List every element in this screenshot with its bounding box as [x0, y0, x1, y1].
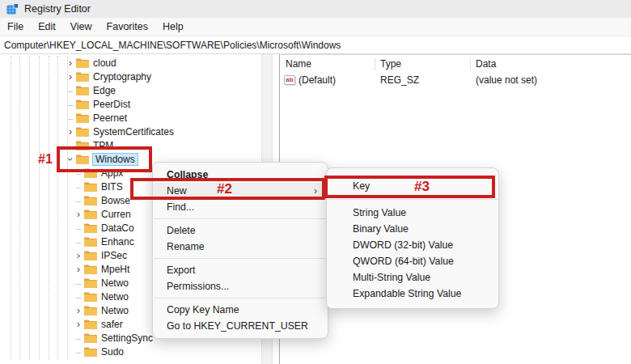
submenu-item-key[interactable]: Key [327, 178, 498, 194]
menu-help[interactable]: Help [155, 21, 191, 32]
tree-item-label: Peernet [93, 112, 127, 124]
tree-item-peerdist[interactable]: –PeerDist [0, 97, 279, 111]
menu-file[interactable]: File [0, 21, 31, 32]
folder-icon [76, 72, 89, 82]
chevron-right-icon[interactable]: › [73, 209, 84, 220]
menu-separator [328, 199, 498, 200]
column-separator[interactable] [375, 58, 375, 70]
window-title: Registry Editor [24, 3, 91, 15]
chevron-right-icon[interactable]: › [73, 250, 84, 261]
submenu-item-multi-string-value[interactable]: Multi-String Value [327, 269, 498, 286]
chevron-right-icon[interactable]: › [65, 57, 76, 69]
tree-item-peernet[interactable]: –Peernet [0, 111, 279, 125]
registry-editor-icon [6, 3, 19, 15]
menu-item-label: Collapse [167, 169, 208, 180]
menu-item-delete[interactable]: Delete [153, 222, 328, 239]
chevron-right-icon[interactable]: › [73, 319, 84, 330]
chevron-right-icon[interactable]: › [65, 71, 76, 83]
submenu-item-binary-value[interactable]: Binary Value [327, 221, 498, 237]
folder-icon [76, 99, 89, 109]
tree-item-systemcertificates[interactable]: ›SystemCertificates [0, 125, 279, 138]
string-value-icon: ab [284, 75, 295, 85]
tree-connector: – [65, 99, 76, 110]
tree-item-label: TPM [93, 140, 113, 151]
folder-icon [76, 113, 89, 123]
tree-item-edge[interactable]: –Edge [0, 83, 279, 97]
submenu-item-label: Binary Value [353, 223, 409, 235]
menu-item-copy-key-name[interactable]: Copy Key Name [153, 302, 328, 318]
tree-item-label: DataCo [101, 222, 134, 234]
tree-item-label-selected: Windows [93, 154, 138, 165]
column-header-name[interactable]: Name [286, 56, 311, 72]
address-path: Computer\HKEY_LOCAL_MACHINE\SOFTWARE\Pol… [0, 40, 341, 51]
submenu-item-label: Multi-String Value [353, 272, 430, 283]
column-header-type[interactable]: Type [380, 56, 401, 72]
column-separator[interactable] [470, 58, 471, 70]
address-bar[interactable]: Computer\HKEY_LOCAL_MACHINE\SOFTWARE\Pol… [0, 36, 631, 54]
tree-connector: – [73, 236, 84, 248]
chevron-right-icon[interactable]: › [65, 126, 76, 138]
tree-item-label: BITS [101, 181, 123, 193]
folder-icon [76, 86, 89, 95]
folder-icon [84, 292, 97, 302]
submenu-item-label: Key [353, 180, 370, 192]
menu-item-new[interactable]: New› [153, 183, 328, 199]
tree-item-cloud[interactable]: ›cloud [0, 56, 279, 70]
folder-icon [84, 168, 97, 178]
tree-connector: – [73, 277, 84, 289]
value-row-default[interactable]: ab(Default) REG_SZ (value not set) [281, 73, 631, 87]
tree-item-cryptography[interactable]: ›Cryptography [0, 70, 279, 83]
tree-item-tpm[interactable]: –TPM [0, 138, 279, 152]
submenu-item-string-value[interactable]: String Value [327, 205, 498, 221]
tree-item-label: SettingSync [101, 332, 153, 344]
menu-item-export[interactable]: Export [153, 262, 328, 278]
submenu-arrow-icon: › [314, 183, 317, 199]
submenu-item-qword-value[interactable]: QWORD (64-bit) Value [327, 253, 498, 269]
folder-icon [84, 210, 97, 219]
tree-connector: – [73, 222, 84, 234]
folder-icon [84, 320, 97, 329]
tree-connector: – [73, 332, 84, 344]
tree-connector: – [73, 167, 84, 179]
chevron-right-icon[interactable]: › [73, 305, 84, 316]
menu-separator [154, 298, 327, 298]
menu-item-label: Find... [167, 201, 194, 213]
value-type: REG_SZ [380, 73, 419, 87]
menu-item-label: Go to HKEY_CURRENT_USER [167, 320, 308, 332]
context-menu: Collapse New› Find... Delete Rename Expo… [152, 162, 328, 339]
menu-item-label: Permissions... [167, 281, 229, 292]
tree-item-label: Sudo [101, 346, 124, 358]
submenu-item-label: DWORD (32-bit) Value [353, 239, 453, 251]
chevron-right-icon[interactable]: › [73, 264, 84, 275]
chevron-down-icon[interactable]: › [65, 154, 76, 165]
tree-item-label: IPSec [101, 250, 127, 261]
folder-icon [84, 347, 97, 357]
folder-icon [84, 265, 97, 274]
menu-item-collapse[interactable]: Collapse [153, 167, 328, 183]
menu-item-find[interactable]: Find... [153, 199, 328, 215]
submenu-item-expandable-string-value[interactable]: Expandable String Value [327, 286, 498, 302]
tree-item-sudo[interactable]: –Sudo [0, 345, 279, 358]
folder-icon [76, 154, 89, 164]
menu-edit[interactable]: Edit [31, 21, 63, 32]
folder-icon [76, 141, 89, 150]
tree-item-label: safer [101, 319, 123, 330]
title-bar: Registry Editor [0, 0, 631, 18]
menu-item-goto-hkcu[interactable]: Go to HKEY_CURRENT_USER [153, 318, 328, 334]
value-data: (value not set) [476, 73, 537, 87]
menu-item-rename[interactable]: Rename [153, 239, 328, 255]
menu-view[interactable]: View [63, 21, 100, 32]
folder-icon [84, 333, 97, 343]
submenu-item-label: Expandable String Value [353, 288, 461, 299]
tree-item-label: Netwo [101, 291, 129, 303]
tree-item-label: Netwo [101, 277, 129, 289]
menu-item-label: Export [167, 265, 196, 276]
menu-item-permissions[interactable]: Permissions... [153, 278, 328, 294]
menu-favorites[interactable]: Favorites [100, 21, 155, 32]
tree-item-label: Bowse [101, 195, 130, 206]
tree-item-label: Curren [101, 209, 131, 220]
column-header-data[interactable]: Data [476, 56, 496, 72]
tree-item-label: Netwo [101, 305, 129, 316]
folder-icon [84, 182, 97, 192]
submenu-item-dword-value[interactable]: DWORD (32-bit) Value [327, 237, 498, 253]
